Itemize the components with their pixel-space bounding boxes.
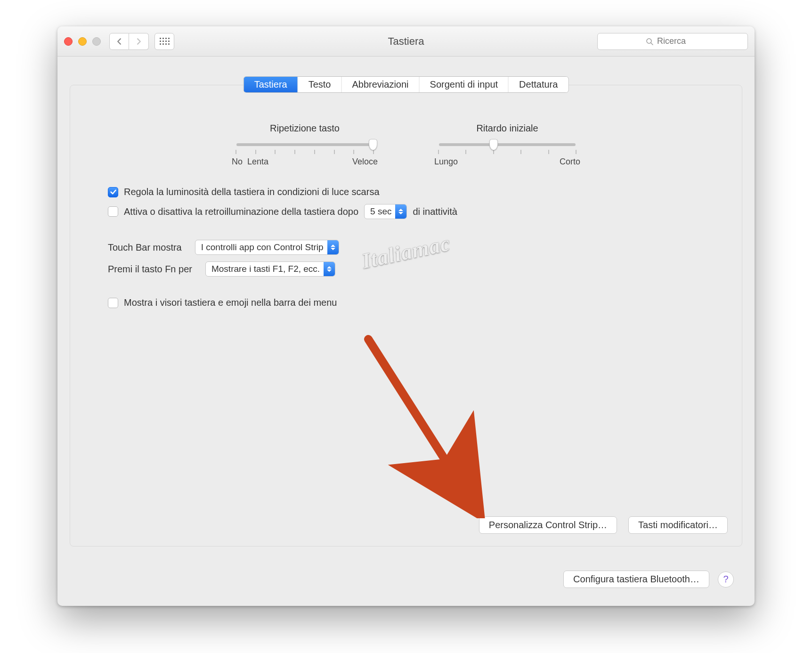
slider-minmax: No Lenta Veloce [232,157,378,167]
tab-abbreviazioni[interactable]: Abbreviazioni [341,77,419,92]
touchbar-label: Touch Bar mostra [108,242,182,253]
stepper-icon [395,204,406,219]
nav-buttons [109,33,149,50]
content-area: TastieraTestoAbbreviazioniSorgenti di in… [57,57,755,606]
minimize-icon[interactable] [78,37,87,46]
back-button[interactable] [109,33,129,50]
backlight-timeout-select[interactable]: 5 sec [364,204,407,219]
backlight-checkbox-row: Attiva o disattiva la retroilluminazione… [108,204,704,219]
backlight-label-after: di inattività [413,206,457,217]
tab-sorgenti-di-input[interactable]: Sorgenti di input [420,77,509,92]
panel-buttons: Personalizza Control Strip… Tasti modifi… [479,516,728,534]
viewers-checkbox-row: Mostra i visori tastiera e emoji nella b… [108,297,704,308]
help-button[interactable]: ? [718,571,734,588]
grid-icon [160,38,170,45]
brightness-checkbox-row: Regola la luminosità della tastiera in c… [108,187,704,197]
backlight-label-before: Attiva o disattiva la retroilluminazione… [124,206,358,217]
modifier-keys-button[interactable]: Tasti modificatori… [628,516,728,534]
show-all-button[interactable] [154,33,174,50]
brightness-checkbox[interactable] [108,187,118,197]
delay-slider[interactable] [439,143,576,146]
slider-minmax: Lungo Corto [434,157,580,167]
backlight-checkbox[interactable] [108,206,118,217]
search-input[interactable] [657,36,699,46]
slider-min-label: No [232,157,243,167]
fnkey-label: Premi il tasto Fn per [108,264,192,275]
viewers-checkbox-label: Mostra i visori tastiera e emoji nella b… [124,297,337,308]
delay-slider-block: Ritardo iniziale Lungo Corto [434,123,580,167]
slider-min-label: Lungo [434,157,458,167]
slider-ticks [434,150,580,154]
traffic-lights [64,37,101,46]
search-icon [646,38,653,45]
brightness-checkbox-label: Regola la luminosità della tastiera in c… [124,187,380,197]
slider-min-label-2: Lenta [247,157,268,167]
question-icon: ? [723,574,728,585]
slider-max-label: Corto [560,157,580,167]
sliders-row: Ripetizione tasto No Lenta Veloce Rita [108,123,704,167]
key-repeat-slider[interactable] [236,143,373,146]
delay-label: Ritardo iniziale [434,123,580,134]
slider-thumb[interactable] [489,139,498,150]
search-field[interactable] [597,33,748,50]
zoom-icon [92,37,101,46]
bluetooth-keyboard-button[interactable]: Configura tastiera Bluetooth… [563,571,709,588]
fnkey-row: Premi il tasto Fn per Mostrare i tasti F… [108,261,704,277]
tab-bar: TastieraTestoAbbreviazioniSorgenti di in… [244,76,569,93]
preferences-window: Tastiera TastieraTestoAbbreviazioniSorge… [57,26,755,606]
tab-panel: Ripetizione tasto No Lenta Veloce Rita [70,85,742,547]
tab-dettatura[interactable]: Dettatura [509,77,568,92]
stepper-icon [327,240,339,254]
svg-line-1 [651,43,653,45]
select-value: 5 sec [370,206,391,217]
forward-button[interactable] [129,33,149,50]
stepper-icon [324,262,335,276]
slider-thumb[interactable] [369,139,377,150]
titlebar: Tastiera [57,26,755,57]
footer: Configura tastiera Bluetooth… ? [563,571,734,588]
customize-control-strip-button[interactable]: Personalizza Control Strip… [479,516,617,534]
fnkey-select[interactable]: Mostrare i tasti F1, F2, ecc. [205,261,335,277]
viewers-checkbox[interactable] [108,298,118,308]
tab-tastiera[interactable]: Tastiera [244,77,298,92]
close-icon[interactable] [64,37,73,46]
key-repeat-slider-block: Ripetizione tasto No Lenta Veloce [232,123,378,167]
touchbar-row: Touch Bar mostra I controlli app con Con… [108,240,704,255]
slider-ticks [232,150,378,154]
select-value: Mostrare i tasti F1, F2, ecc. [211,264,320,274]
key-repeat-label: Ripetizione tasto [232,123,378,134]
select-value: I controlli app con Control Strip [201,242,324,253]
tab-testo[interactable]: Testo [298,77,342,92]
slider-max-label: Veloce [352,157,378,167]
touchbar-select[interactable]: I controlli app con Control Strip [195,240,339,255]
